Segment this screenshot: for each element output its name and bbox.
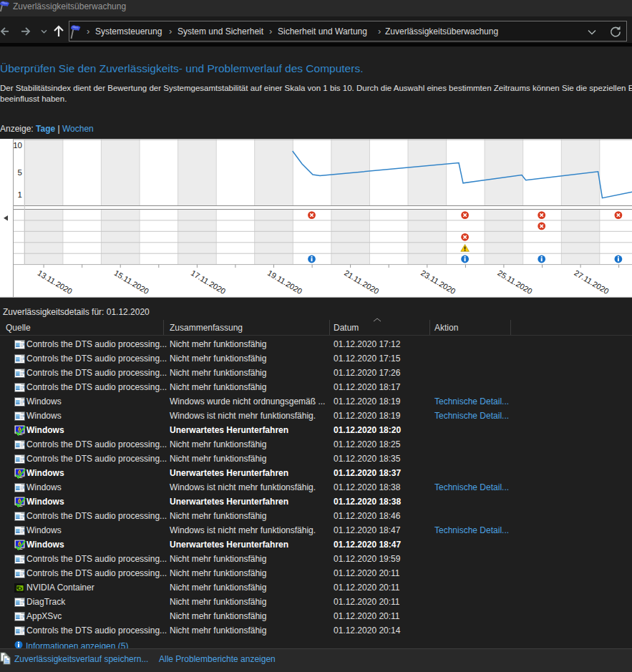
svg-text:10: 10 — [13, 141, 22, 150]
svg-text:1: 1 — [18, 190, 22, 199]
svg-text:5: 5 — [18, 168, 22, 177]
